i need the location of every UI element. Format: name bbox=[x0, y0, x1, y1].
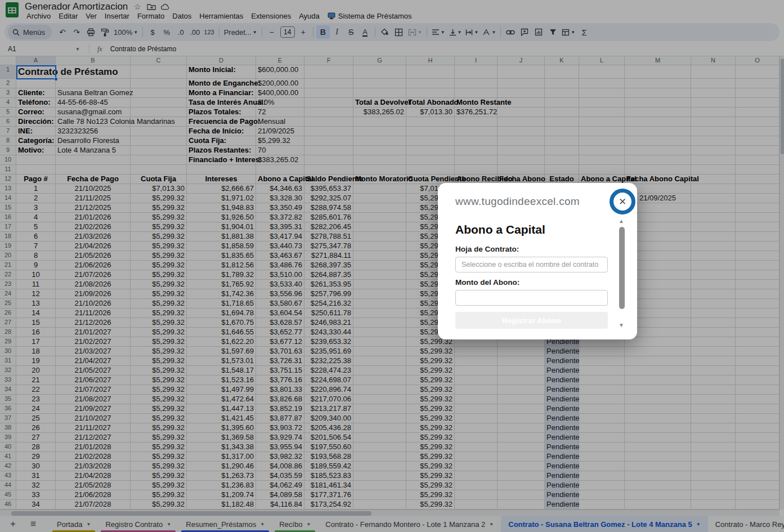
payment-amount-label: Monto del Abono: bbox=[455, 278, 519, 287]
payment-amount-input[interactable] bbox=[455, 290, 608, 306]
dialog-scrollbar-thumb[interactable] bbox=[619, 227, 625, 309]
dialog-scroll-down-icon[interactable]: ▼ bbox=[619, 322, 624, 328]
close-icon[interactable]: ✕ bbox=[610, 189, 635, 214]
dialog-site-label: www.tugodindeexcel.com bbox=[455, 195, 580, 208]
contract-sheet-input[interactable] bbox=[455, 257, 608, 272]
contract-sheet-label: Hoja de Contrato: bbox=[455, 245, 519, 253]
dialog-title: Abono a Capital bbox=[455, 223, 545, 236]
register-payment-button[interactable]: Registrar Abono bbox=[455, 312, 608, 329]
abono-capital-dialog: www.tugodindeexcel.com ✕ Abono a Capital… bbox=[438, 183, 637, 339]
dialog-scroll-up-icon[interactable]: ▲ bbox=[619, 218, 624, 224]
dim-overlay bbox=[0, 0, 784, 532]
